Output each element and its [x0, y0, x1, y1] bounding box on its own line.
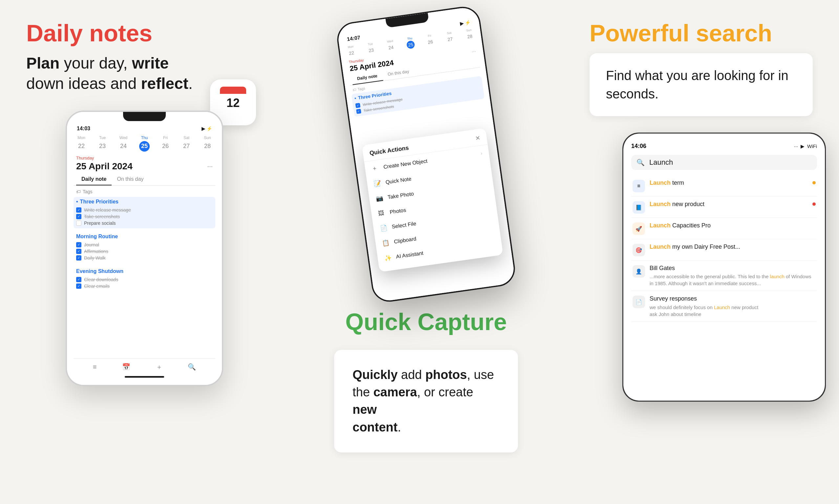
result-badge-term	[813, 181, 816, 184]
checkbox-take-screenshots[interactable]: ✓	[76, 214, 82, 219]
phone-bottom-bar-left: ≡ 📅 ＋ 🔍	[73, 358, 215, 374]
quick-capture-card: Quickly add photos, use the camera, or c…	[334, 350, 518, 452]
task-text-prepare-socials: Prepare socials	[84, 220, 116, 226]
qa-label-create: Create New Object	[383, 158, 428, 170]
search-result-launch-dairy[interactable]: 🎯 Launch my own Dairy Free Post...	[631, 239, 817, 260]
search-result-launch-pro[interactable]: 🚀 Launch Capacities Pro	[631, 218, 817, 239]
checkbox-write-release[interactable]: ✓	[76, 208, 82, 213]
bottom-icon-list[interactable]: ≡	[93, 363, 97, 371]
cal-day-25-active: Thu 25	[139, 136, 150, 151]
search-bar[interactable]: 🔍 Launch	[631, 155, 817, 170]
section-heading-morning: Morning Routine	[76, 234, 213, 239]
section-evening-shutdown: Evening Shutdown ✓ Clear downloads ✓ Cle…	[73, 267, 215, 291]
result-title-term: Launch term	[649, 179, 808, 187]
task-prepare-socials: Prepare socials	[76, 220, 213, 227]
task-journal: ✓ Journal	[76, 241, 213, 248]
task-take-screenshots: ✓ Take screenshots	[76, 213, 213, 220]
tab-on-this-day-left[interactable]: On this day	[112, 174, 149, 185]
section-heading-evening: Evening Shutdown	[76, 268, 213, 274]
phone-screen-right: 14:06 ··· ▶ WiFi 🔍 Launch	[623, 133, 825, 401]
right-phone-time: 14:06	[631, 143, 646, 150]
section-three-priorities: • Three Priorities ✓ Write release messa…	[73, 197, 215, 228]
result-subtitle-bill: ...more accessible to the general public…	[649, 273, 816, 287]
cal-day-22: Mon 22	[76, 136, 87, 151]
quick-capture-title: Quick Capture	[345, 308, 507, 335]
phone-mockup-right: 14:06 ··· ▶ WiFi 🔍 Launch	[622, 132, 826, 402]
right-section: Powerful search Find what you are lookin…	[590, 20, 813, 484]
search-card-text: Find what you are looking for in seconds…	[606, 66, 796, 103]
result-icon-survey: 📄	[632, 295, 645, 308]
tab-row-left: Daily note On this day	[73, 174, 215, 186]
result-content-bill: Bill Gates ...more accessible to the gen…	[649, 265, 816, 287]
search-result-launch-product[interactable]: 📘 Launch new product	[631, 197, 817, 218]
quick-capture-heading-wrapper: Quick Capture	[345, 308, 507, 335]
search-result-survey[interactable]: 📄 Survey responses we should definitely …	[631, 291, 817, 322]
phone-status-icons-left: ▶ ⚡	[201, 126, 212, 131]
task-text-daily-walk: Daily Walk	[84, 255, 106, 260]
cal-day-27: Sat 27	[181, 136, 192, 151]
task-text-journal: Journal	[84, 242, 99, 247]
qa-close-button[interactable]: ✕	[475, 134, 481, 142]
result-badge-product	[813, 202, 816, 206]
result-icon-term: ≡	[632, 180, 645, 192]
checkbox-journal[interactable]: ✓	[76, 242, 82, 247]
cal-day-28: Sun 28	[202, 136, 213, 151]
result-title-survey: Survey responses	[649, 295, 816, 303]
cal-day-23: Tue 23	[97, 136, 108, 151]
quick-capture-text: Quickly add photos, use the camera, or c…	[353, 366, 500, 436]
qa-icon-note: 📝	[374, 179, 382, 188]
quick-actions-panel: Quick Actions ✕ ＋ Create New Object › 📝 …	[362, 128, 503, 272]
search-result-launch-term[interactable]: ≡ Launch term	[631, 175, 817, 197]
qa-icon-clipboard: 📋	[382, 239, 390, 247]
task-clear-downloads: ✓ Clear downloads	[76, 276, 213, 283]
qa-label-note: Quick Note	[385, 176, 412, 185]
result-content-product: Launch new product	[649, 200, 808, 208]
bottom-icon-calendar[interactable]: 📅	[122, 363, 130, 371]
result-content-term: Launch term	[649, 179, 808, 187]
home-bar-left	[125, 376, 164, 378]
checkbox-prepare-socials[interactable]	[76, 220, 82, 226]
result-content-survey: Survey responses we should definitely fo…	[649, 295, 816, 317]
task-text-clear-emails: Clear emails	[84, 284, 110, 289]
right-status-icons: ··· ▶ WiFi	[794, 143, 817, 149]
checkbox-affirmations[interactable]: ✓	[76, 249, 82, 254]
qa-icon-photos: 🖼	[377, 209, 386, 217]
cal-day-26: Fri 26	[160, 136, 171, 151]
search-bar-icon: 🔍	[637, 159, 645, 166]
result-icon-dairy: 🎯	[632, 244, 645, 256]
qa-icon-create: ＋	[371, 164, 379, 173]
result-content-dairy: Launch my own Dairy Free Post...	[649, 243, 816, 251]
task-text-affirmations: Affirmations	[84, 249, 108, 254]
right-phone-wrapper: 14:06 ··· ▶ WiFi 🔍 Launch	[590, 132, 813, 484]
qa-label-photos: Photos	[389, 207, 406, 215]
search-result-bill-gates[interactable]: 👤 Bill Gates ...more accessible to the g…	[631, 260, 817, 291]
qa-icon-photo: 📷	[376, 195, 384, 203]
date-title-left: 25 April 2024	[76, 161, 132, 172]
center-checkbox-write[interactable]: ✓	[355, 103, 360, 108]
search-bar-text: Launch	[649, 158, 673, 167]
search-feature-card: Find what you are looking for in seconds…	[590, 53, 813, 116]
task-daily-walk: ✓ Daily Walk	[76, 255, 213, 261]
result-icon-product: 📘	[632, 201, 645, 214]
date-label-left: Thursday	[73, 156, 215, 160]
task-text-take-screenshots: Take screenshots	[84, 214, 120, 219]
task-text-clear-downloads: Clear downloads	[84, 277, 118, 282]
tab-daily-note-left[interactable]: Daily note	[76, 174, 112, 185]
phone-time-left: 14:03	[77, 126, 90, 131]
page-container: Daily notes 12 Plan your day, write down…	[0, 0, 839, 504]
task-affirmations: ✓ Affirmations	[76, 248, 213, 255]
checkbox-daily-walk[interactable]: ✓	[76, 255, 82, 260]
bottom-icon-add[interactable]: ＋	[156, 363, 162, 372]
calendar-strip-left: Mon 22 Tue 23 Wed 24 Thu 25	[73, 133, 215, 154]
center-checkbox-screenshots[interactable]: ✓	[356, 109, 361, 114]
qa-label-file: Select File	[392, 220, 416, 230]
phone-notch-left	[123, 112, 166, 121]
svg-text:12: 12	[227, 96, 239, 110]
task-text-write-release: Write release message	[84, 208, 131, 213]
result-icon-bill: 👤	[632, 265, 645, 277]
checkbox-clear-downloads[interactable]: ✓	[76, 277, 82, 282]
section-morning-routine: Morning Routine ✓ Journal ✓ Affirmations…	[73, 232, 215, 263]
bottom-icon-search[interactable]: 🔍	[188, 363, 196, 371]
checkbox-clear-emails[interactable]: ✓	[76, 284, 82, 289]
qa-icon-ai: ✨	[384, 254, 392, 262]
